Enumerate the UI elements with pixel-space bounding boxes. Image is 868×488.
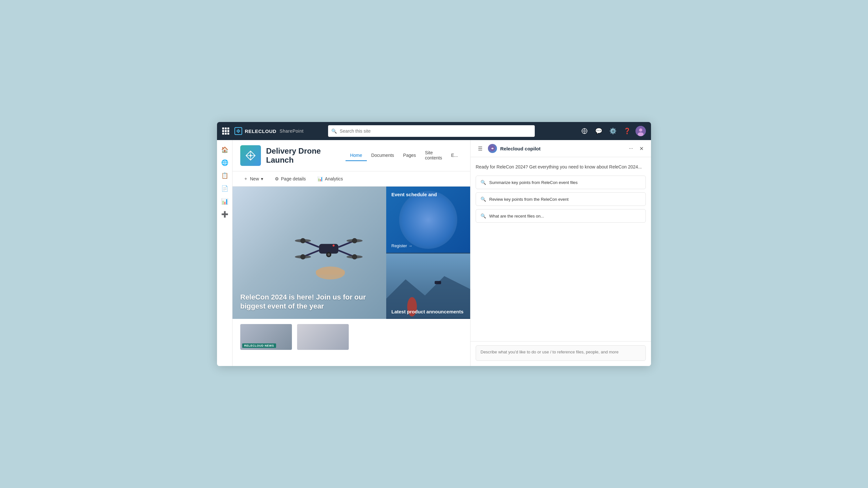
- site-nav: Home Documents Pages Site contents E...: [345, 148, 462, 164]
- news-area: RELECLOUD NEWS: [232, 319, 470, 355]
- settings-button[interactable]: ⚙️: [607, 125, 619, 137]
- app-name: SharePoint: [280, 128, 304, 134]
- page-details-label: Page details: [281, 176, 306, 182]
- avatar[interactable]: [636, 126, 646, 136]
- copilot-header: ☰ Relecloud copilot ··· ✕: [470, 140, 651, 157]
- hero-main: ReleCon 2024 is here! Join us for our bi…: [232, 187, 386, 319]
- main-area: 🏠 🌐 📋 📄 📊 ➕ Delivery Dro: [217, 140, 651, 366]
- suggestion-text-2: Review key points from the ReleCon event: [489, 197, 569, 202]
- nav-documents[interactable]: Documents: [367, 150, 399, 161]
- hero-card-event[interactable]: Event schedule and Register →: [386, 187, 470, 253]
- register-link[interactable]: Register →: [392, 243, 412, 248]
- copilot-menu-icon[interactable]: ☰: [476, 144, 485, 153]
- news-card-1[interactable]: RELECLOUD NEWS: [240, 324, 292, 350]
- copilot-body: Ready for ReleCon 2024? Get everything y…: [470, 157, 651, 341]
- new-button[interactable]: ＋ New ▾: [240, 174, 267, 184]
- copilot-intro: Ready for ReleCon 2024? Get everything y…: [476, 164, 646, 170]
- hero-side: Event schedule and Register →: [386, 187, 470, 319]
- nav-site-contents[interactable]: Site contents: [421, 148, 446, 164]
- copilot-suggestion-2[interactable]: 🔍 Review key points from the ReleCon eve…: [476, 192, 646, 206]
- page-toolbar: ＋ New ▾ ⚙ Page details 📊 Analytics: [232, 171, 470, 187]
- sidebar-item-sites[interactable]: 🌐: [219, 157, 230, 168]
- sidebar-item-pages[interactable]: 📄: [219, 183, 230, 194]
- help-button[interactable]: ❓: [621, 125, 633, 137]
- copilot-close-button[interactable]: ✕: [637, 144, 646, 153]
- copilot-input[interactable]: [476, 345, 646, 361]
- copilot-actions: ··· ✕: [626, 144, 646, 153]
- sidebar-item-home[interactable]: 🏠: [219, 144, 230, 156]
- nav-edit[interactable]: E...: [446, 150, 462, 161]
- nav-pages[interactable]: Pages: [399, 150, 421, 161]
- event-label: Event schedule and: [392, 192, 437, 197]
- svg-point-5: [638, 132, 644, 136]
- copilot-panel: ☰ Relecloud copilot ··· ✕ Ready for Rele…: [470, 140, 651, 366]
- page-content: Delivery Drone Launch Home Documents Pag…: [232, 140, 470, 366]
- site-header: Delivery Drone Launch Home Documents Pag…: [232, 140, 470, 171]
- page-details-icon: ⚙: [275, 176, 279, 182]
- analytics-label: Analytics: [325, 176, 343, 182]
- suggestion-search-icon-1: 🔍: [480, 180, 486, 185]
- sidebar-item-tables[interactable]: 📊: [219, 196, 230, 207]
- news-card-2[interactable]: [297, 324, 349, 350]
- svg-point-23: [328, 253, 330, 256]
- waffle-menu-icon[interactable]: [222, 128, 229, 135]
- suggestion-search-icon-2: 🔍: [480, 197, 486, 202]
- svg-point-8: [250, 155, 252, 157]
- svg-point-21: [352, 254, 357, 259]
- chat-button[interactable]: 💬: [593, 125, 604, 137]
- copilot-avatar-icon: [488, 144, 497, 153]
- top-bar: RELECLOUD SharePoint 🔍 💬 ⚙️ ❓: [217, 122, 651, 140]
- drone-image: [280, 217, 377, 283]
- language-button[interactable]: [579, 125, 590, 137]
- svg-point-18: [300, 238, 306, 243]
- new-chevron-icon: ▾: [261, 176, 263, 182]
- copilot-title: Relecloud copilot: [500, 146, 623, 151]
- new-icon: ＋: [244, 176, 248, 182]
- brand-logo[interactable]: RELECLOUD SharePoint: [235, 127, 304, 135]
- sidebar-item-add[interactable]: ➕: [219, 208, 230, 220]
- copilot-suggestion-1[interactable]: 🔍 Summarize key points from ReleCon even…: [476, 175, 646, 189]
- svg-point-24: [333, 245, 335, 247]
- brand-name: RELECLOUD: [245, 128, 276, 134]
- page-details-button[interactable]: ⚙ Page details: [272, 174, 309, 183]
- hero-grid: ReleCon 2024 is here! Join us for our bi…: [232, 187, 470, 319]
- suggestion-search-icon-3: 🔍: [480, 213, 486, 219]
- news-badge-1: RELECLOUD NEWS: [242, 344, 276, 348]
- copilot-input-area: [470, 341, 651, 366]
- suggestion-text-1: Summarize key points from ReleCon event …: [489, 180, 578, 185]
- top-bar-actions: 💬 ⚙️ ❓: [579, 125, 646, 137]
- sidebar-item-lists[interactable]: 📋: [219, 170, 230, 182]
- search-input[interactable]: [328, 125, 535, 137]
- hero-text: ReleCon 2024 is here! Join us for our bi…: [232, 285, 386, 319]
- sidebar: 🏠 🌐 📋 📄 📊 ➕: [217, 140, 232, 366]
- product-label: Latest product announcements: [386, 304, 470, 319]
- svg-point-20: [300, 254, 306, 259]
- hero-card-product[interactable]: Latest product announcements: [386, 253, 470, 319]
- svg-point-19: [352, 238, 357, 243]
- svg-rect-30: [435, 281, 441, 284]
- copilot-more-button[interactable]: ···: [626, 144, 636, 153]
- site-title-area: Delivery Drone Launch: [266, 147, 330, 165]
- svg-point-4: [639, 128, 642, 132]
- search-bar[interactable]: 🔍: [328, 125, 535, 137]
- search-icon: 🔍: [331, 128, 337, 134]
- copilot-suggestion-3[interactable]: 🔍 What are the recent files on...: [476, 209, 646, 223]
- analytics-icon: 📊: [317, 176, 323, 182]
- site-title: Delivery Drone Launch: [266, 147, 330, 165]
- nav-home[interactable]: Home: [345, 150, 367, 161]
- svg-rect-26: [316, 270, 345, 275]
- site-logo: [240, 145, 261, 166]
- suggestion-text-3: What are the recent files on...: [489, 214, 544, 219]
- hero-main-text: ReleCon 2024 is here! Join us for our bi…: [240, 293, 378, 311]
- new-label: New: [250, 176, 259, 182]
- analytics-button[interactable]: 📊 Analytics: [314, 174, 346, 183]
